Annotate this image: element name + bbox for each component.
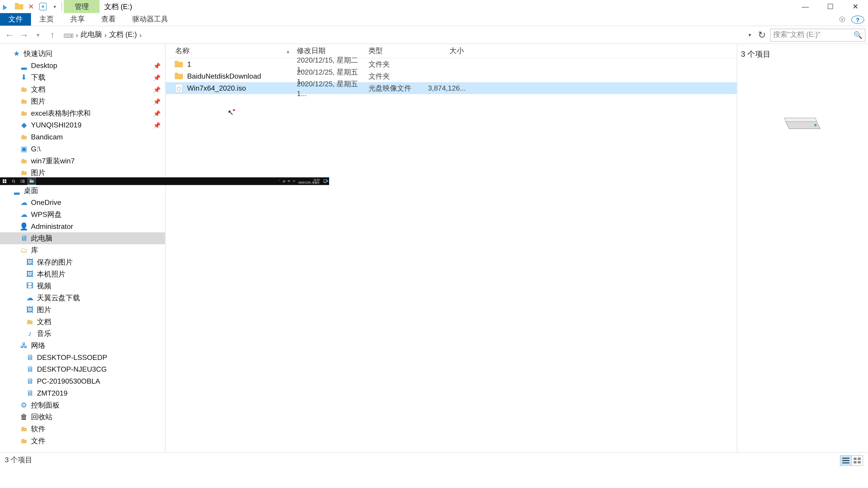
nav-desktop[interactable]: ▂Desktop📌 <box>0 60 165 72</box>
nav-control-panel[interactable]: ⚙控制面板 <box>0 399 165 411</box>
nav-pictures2[interactable]: 🖿图片 <box>0 167 165 179</box>
tray-ime-icon[interactable]: 中 <box>287 180 291 183</box>
column-header-type[interactable]: 类型 <box>368 46 428 56</box>
search-input[interactable]: 搜索"文档 (E:)" 🔍 <box>770 28 866 41</box>
forward-button[interactable]: → <box>17 28 31 42</box>
tray-security-icon[interactable]: 🛡 <box>291 180 297 183</box>
start-button[interactable] <box>0 177 9 185</box>
icons-view-button[interactable] <box>851 455 863 465</box>
music-icon: ♪ <box>25 329 35 338</box>
nav-desktop-root[interactable]: ▂桌面 <box>0 185 165 197</box>
ribbon-tab-share[interactable]: 共享 <box>62 13 93 26</box>
file-list[interactable]: 名称▴ 修改日期 类型 大小 12020/12/15, 星期二 1...文件夹B… <box>166 44 737 452</box>
refresh-button[interactable]: ↻ <box>756 29 768 40</box>
nav-saved-pictures[interactable]: 🖼保存的图片 <box>0 256 165 268</box>
folder-icon: 🖿 <box>25 318 35 326</box>
ribbon-context-tab[interactable]: 管理 <box>64 0 99 13</box>
nav-lib-pictures[interactable]: 🖼图片 <box>0 304 165 316</box>
nav-videos[interactable]: 🎞视频 <box>0 280 165 292</box>
recent-button[interactable]: ▾ <box>31 28 45 42</box>
taskbar-time: 16:32 <box>298 178 320 181</box>
navigation-pane[interactable]: ★快速访问 ▂Desktop📌 ⬇下载📌 🖿文档📌 🖿图片📌 🖿excel表格制… <box>0 44 166 452</box>
file-row[interactable]: BaiduNetdiskDownload2020/12/25, 星期五 1...… <box>166 70 737 82</box>
status-bar: 3 个项目 <box>0 452 868 468</box>
nav-thispc[interactable]: 🖥此电脑 <box>0 232 165 244</box>
address-dropdown-icon[interactable]: ▾ <box>744 32 756 38</box>
svg-point-3 <box>42 5 44 8</box>
folder-icon <box>174 60 184 68</box>
nav-admin[interactable]: 👤Administrator <box>0 221 165 232</box>
nav-pc3[interactable]: 🖥PC-20190530OBLA <box>0 375 165 387</box>
nav-onedrive[interactable]: ☁OneDrive <box>0 197 165 208</box>
svg-marker-13 <box>784 118 816 122</box>
taskbar[interactable]: ˄ 🔊 中 🛡 16:32 2020/12/25, 星期五 3 <box>0 177 329 185</box>
search-button[interactable] <box>9 177 18 185</box>
svg-rect-20 <box>854 461 857 463</box>
nav-gdrive[interactable]: ▣G:\ <box>0 143 165 155</box>
column-header-row: 名称▴ 修改日期 类型 大小 <box>166 44 737 58</box>
ribbon-tab-home[interactable]: 主页 <box>31 13 62 26</box>
nav-recycle[interactable]: 🗑回收站 <box>0 411 165 423</box>
nav-pc4[interactable]: 🖥ZMT2019 <box>0 387 165 399</box>
column-header-date[interactable]: 修改日期 <box>297 46 368 56</box>
qat-delete-icon[interactable]: ✕ <box>26 1 36 12</box>
breadcrumb-root[interactable]: 此电脑 <box>81 30 102 40</box>
svg-rect-17 <box>842 462 849 463</box>
nav-quick-access[interactable]: ★快速访问 <box>0 48 165 60</box>
help-button[interactable]: ? <box>851 15 864 24</box>
ribbon-tab-drive-tools[interactable]: 驱动器工具 <box>124 13 176 26</box>
tray-chevron-up-icon[interactable]: ˄ <box>277 180 282 183</box>
qat-folder-icon[interactable] <box>14 1 24 12</box>
nav-libraries[interactable]: 🗂库 <box>0 244 165 256</box>
ribbon-tab-view[interactable]: 查看 <box>93 13 124 26</box>
minimize-button[interactable]: — <box>793 0 818 13</box>
nav-files[interactable]: 🖿文件 <box>0 435 165 447</box>
nav-lib-documents[interactable]: 🖿文档 <box>0 316 165 328</box>
ribbon-tab-file[interactable]: 文件 <box>0 13 31 26</box>
task-view-button[interactable] <box>18 177 27 185</box>
nav-camera-roll[interactable]: 🖼本机照片 <box>0 268 165 280</box>
app-icon[interactable] <box>2 1 12 12</box>
expand-ribbon-button[interactable]: ⓥ <box>833 13 851 26</box>
breadcrumb-current[interactable]: 文档 (E:) <box>109 30 137 40</box>
nav-downloads[interactable]: ⬇下载📌 <box>0 71 165 84</box>
folder-icon: 🖿 <box>19 157 29 165</box>
close-button[interactable]: ✕ <box>843 0 868 13</box>
back-button[interactable]: ← <box>2 28 17 42</box>
nav-pc2[interactable]: 🖥DESKTOP-NJEU3CG <box>0 363 165 376</box>
nav-music[interactable]: ♪音乐 <box>0 328 165 339</box>
nav-wps[interactable]: ☁WPS网盘 <box>0 208 165 221</box>
settings-icon: ⚙ <box>19 401 29 410</box>
nav-pictures[interactable]: 🖿图片📌 <box>0 95 165 107</box>
nav-yunqishi[interactable]: ◆YUNQISHI2019📌 <box>0 119 165 131</box>
file-row[interactable]: Win7x64_2020.iso2020/12/25, 星期五 1...光盘映像… <box>166 82 737 94</box>
nav-bandicam[interactable]: 🖿Bandicam <box>0 131 165 143</box>
libraries-icon: 🗂 <box>19 246 29 254</box>
file-row[interactable]: 12020/12/15, 星期二 1...文件夹 <box>166 58 737 70</box>
search-icon[interactable]: 🔍 <box>854 31 863 39</box>
qat-dropdown-icon[interactable]: ▾ <box>50 1 60 12</box>
tray-volume-icon[interactable]: 🔊 <box>282 180 287 183</box>
maximize-button[interactable]: ☐ <box>818 0 843 13</box>
nav-win7reinstall[interactable]: 🖿win7重装win7 <box>0 155 165 167</box>
nav-software[interactable]: 🖿软件 <box>0 423 165 435</box>
taskbar-explorer-button[interactable] <box>27 177 36 185</box>
nav-excel[interactable]: 🖿excel表格制作求和📌 <box>0 107 165 119</box>
nav-documents[interactable]: 🖿文档📌 <box>0 84 165 95</box>
context-tab-label: 管理 <box>74 2 89 12</box>
column-header-size[interactable]: 大小 <box>428 46 464 56</box>
up-button[interactable]: ↑ <box>45 28 59 42</box>
address-bar[interactable]: › 此电脑 › 文档 (E:) › <box>60 28 742 42</box>
star-icon: ★ <box>12 50 22 58</box>
notification-badge: 3 <box>326 180 328 182</box>
notifications-button[interactable]: 3 <box>321 180 329 183</box>
nav-network[interactable]: 🖧网络 <box>0 339 165 352</box>
qat-properties-icon[interactable] <box>37 1 48 12</box>
column-header-name[interactable]: 名称▴ <box>166 46 297 56</box>
computer-icon: 🖥 <box>25 353 35 362</box>
nav-pc1[interactable]: 🖥DESKTOP-LSSOEDP <box>0 352 165 363</box>
details-view-button[interactable] <box>840 455 852 465</box>
taskbar-clock[interactable]: 16:32 2020/12/25, 星期五 <box>297 178 321 184</box>
video-icon: 🎞 <box>25 282 35 290</box>
nav-tianyi[interactable]: ☁天翼云盘下载 <box>0 292 165 304</box>
